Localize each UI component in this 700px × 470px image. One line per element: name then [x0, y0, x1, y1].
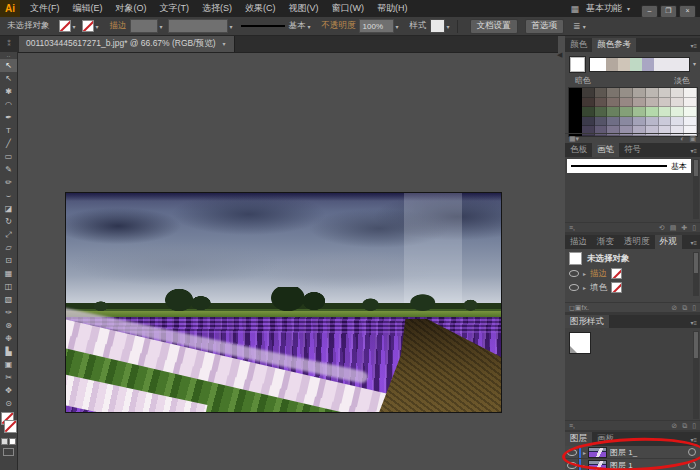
- color-swatch[interactable]: [607, 117, 620, 127]
- scale-tool[interactable]: ⤢: [0, 228, 17, 241]
- panel-tab[interactable]: 颜色: [565, 38, 592, 52]
- panel-menu-icon[interactable]: ▾≡: [690, 432, 700, 446]
- stroke-color-swatch[interactable]: [82, 20, 94, 32]
- none-button[interactable]: [9, 438, 16, 445]
- artboard-tool[interactable]: ▣: [0, 358, 17, 371]
- column-graph-tool[interactable]: ▙: [0, 345, 17, 358]
- menu-item[interactable]: 帮助(H): [377, 2, 408, 15]
- panel-action-icon[interactable]: ✚: [681, 224, 687, 232]
- color-swatch[interactable]: [582, 117, 595, 127]
- slice-tool[interactable]: ✂: [0, 371, 17, 384]
- color-swatch[interactable]: [595, 107, 608, 117]
- menu-item[interactable]: 选择(S): [202, 2, 232, 15]
- canvas[interactable]: [17, 52, 558, 470]
- harmony-color[interactable]: [590, 58, 606, 71]
- rectangle-tool[interactable]: ▭: [0, 150, 17, 163]
- perspective-grid-tool[interactable]: ▦: [0, 267, 17, 280]
- zoom-tool[interactable]: ⊙: [0, 397, 17, 410]
- layer-row[interactable]: ▸图层 1: [565, 459, 700, 470]
- color-swatch[interactable]: [633, 107, 646, 117]
- visibility-eye-icon[interactable]: [569, 284, 579, 291]
- limit-colors-icon[interactable]: ▦▾: [569, 135, 579, 143]
- magic-wand-tool[interactable]: ✱: [0, 85, 17, 98]
- color-swatch[interactable]: [659, 98, 672, 108]
- visibility-eye-icon[interactable]: [567, 449, 577, 456]
- color-swatch[interactable]: [607, 98, 620, 108]
- variable-width-select[interactable]: [168, 19, 228, 33]
- chevron-down-icon[interactable]: ▾: [73, 23, 76, 30]
- align-options-icon[interactable]: ≣: [573, 21, 581, 31]
- panel-tab[interactable]: 画板: [592, 432, 619, 446]
- panel-action-icon[interactable]: ⊘: [671, 304, 677, 312]
- layer-row[interactable]: ▸图层 1_: [565, 446, 700, 459]
- panel-tab[interactable]: 符号: [619, 143, 646, 157]
- opacity-input[interactable]: 100%: [359, 19, 394, 33]
- expand-triangle-icon[interactable]: ▸: [583, 449, 586, 456]
- hand-tool[interactable]: ✥: [0, 384, 17, 397]
- preferences-button[interactable]: 首选项: [525, 19, 565, 34]
- panel-action-icon[interactable]: ▣: [689, 135, 696, 143]
- color-swatch[interactable]: [671, 98, 684, 108]
- color-swatch[interactable]: [620, 107, 633, 117]
- harmony-color[interactable]: [654, 58, 689, 71]
- eyedropper-tool[interactable]: ✑: [0, 306, 17, 319]
- panel-action-icon[interactable]: ▯: [692, 224, 696, 232]
- fill-color-swatch[interactable]: [59, 20, 71, 32]
- menu-item[interactable]: 窗口(W): [332, 2, 365, 15]
- rotate-tool[interactable]: ↻: [0, 215, 17, 228]
- color-swatch[interactable]: [671, 117, 684, 127]
- visibility-eye-icon[interactable]: [567, 462, 577, 469]
- none-swatch[interactable]: [611, 268, 622, 279]
- brush-item[interactable]: 基本: [567, 159, 691, 173]
- visibility-cell[interactable]: [565, 446, 579, 458]
- color-swatch[interactable]: [582, 88, 595, 98]
- panel-action-icon[interactable]: ▯: [692, 422, 696, 430]
- menu-item[interactable]: 视图(V): [289, 2, 319, 15]
- scrollbar[interactable]: [693, 159, 699, 219]
- chevron-down-icon[interactable]: ▾: [222, 40, 225, 47]
- layer-thumbnail[interactable]: [588, 460, 607, 470]
- color-swatch[interactable]: [582, 107, 595, 117]
- color-swatch[interactable]: [684, 107, 697, 117]
- visibility-eye-icon[interactable]: [569, 270, 579, 277]
- color-swatch[interactable]: [659, 107, 672, 117]
- appearance-row[interactable]: ▸描边: [569, 267, 622, 280]
- visibility-cell[interactable]: [565, 459, 579, 470]
- panel-tab[interactable]: 描边: [565, 235, 592, 249]
- tab-graphic-styles[interactable]: 图形样式: [565, 315, 609, 329]
- appearance-row-label[interactable]: 描边: [590, 268, 607, 280]
- color-swatch[interactable]: [671, 107, 684, 117]
- expand-triangle-icon[interactable]: ▸: [583, 284, 586, 291]
- styles-libraries-icon[interactable]: ≡,: [569, 422, 575, 429]
- placed-image[interactable]: [65, 192, 502, 413]
- color-swatch[interactable]: [633, 117, 646, 127]
- menu-item[interactable]: 文字(T): [160, 2, 190, 15]
- color-swatch[interactable]: [569, 98, 582, 108]
- scrollbar[interactable]: [693, 331, 699, 419]
- color-swatch[interactable]: [595, 117, 608, 127]
- color-swatch[interactable]: [620, 88, 633, 98]
- base-color-swatch[interactable]: [569, 56, 586, 73]
- menu-item[interactable]: 编辑(E): [73, 2, 103, 15]
- panel-tab[interactable]: 透明度: [619, 235, 655, 249]
- drawing-mode-button[interactable]: [3, 448, 14, 456]
- color-swatch[interactable]: [582, 98, 595, 108]
- paintbrush-tool[interactable]: ✎: [0, 163, 17, 176]
- stroke-swatch[interactable]: [4, 420, 17, 433]
- color-swatch[interactable]: [671, 88, 684, 98]
- gradient-tool[interactable]: ▧: [0, 293, 17, 306]
- panel-menu-icon[interactable]: ▾≡: [690, 143, 700, 157]
- chevron-down-icon[interactable]: ▾: [693, 60, 696, 67]
- expand-triangle-icon[interactable]: ▸: [583, 270, 586, 277]
- color-swatch[interactable]: [659, 88, 672, 98]
- panel-tab[interactable]: 颜色参考: [592, 38, 636, 52]
- panel-action-icon[interactable]: ⧉: [682, 304, 687, 312]
- color-swatch[interactable]: [633, 88, 646, 98]
- type-tool[interactable]: T: [0, 124, 17, 137]
- appearance-row[interactable]: ▸填色: [569, 281, 622, 294]
- panel-action-icon[interactable]: ⧉: [682, 422, 687, 430]
- color-swatch[interactable]: [595, 88, 608, 98]
- color-swatch[interactable]: [684, 98, 697, 108]
- layer-name[interactable]: 图层 1_: [610, 447, 637, 458]
- layer-thumbnail[interactable]: [588, 447, 607, 458]
